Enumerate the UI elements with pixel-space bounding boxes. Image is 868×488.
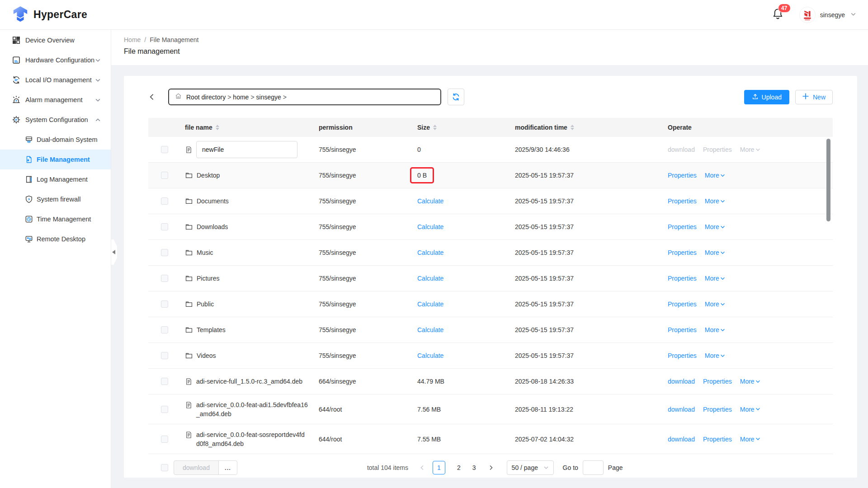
- properties-action[interactable]: Properties: [668, 223, 697, 230]
- page-number-3[interactable]: 3: [472, 464, 476, 471]
- properties-action[interactable]: Properties: [703, 378, 732, 385]
- sidebar-item-time-management[interactable]: Time Management: [0, 209, 111, 229]
- sidebar-item-device-overview[interactable]: Device Overview: [0, 30, 111, 50]
- calculate-size-link[interactable]: Calculate: [417, 275, 443, 282]
- download-action[interactable]: download: [668, 436, 695, 443]
- row-checkbox[interactable]: [161, 326, 168, 333]
- row-checkbox[interactable]: [161, 378, 168, 385]
- row-checkbox[interactable]: [161, 436, 168, 443]
- page-size-select[interactable]: 50 / page: [507, 460, 554, 475]
- page-number-2[interactable]: 2: [457, 464, 461, 471]
- column-header-size[interactable]: Size: [415, 124, 513, 131]
- bulk-download-button[interactable]: download: [174, 460, 219, 475]
- notifications-button[interactable]: 47: [772, 8, 784, 22]
- column-header-file-name[interactable]: file name: [181, 124, 316, 131]
- sidebar-item-remote-desktop[interactable]: Remote Desktop: [0, 229, 111, 249]
- calculate-size-link[interactable]: Calculate: [417, 300, 443, 308]
- sidebar-item-alarm-management[interactable]: Alarm management: [0, 90, 111, 110]
- path-input[interactable]: Root directory>home>sinsegye>: [168, 89, 441, 105]
- properties-action[interactable]: Properties: [668, 352, 697, 359]
- user-menu-chevron-icon[interactable]: [850, 11, 856, 19]
- properties-action[interactable]: Properties: [668, 300, 697, 308]
- path-segment[interactable]: Root directory: [186, 94, 226, 101]
- avatar[interactable]: [799, 7, 816, 23]
- table-row-adi-service-0-0-0-feat-sosreportdev4fdd0f8-amd64-deb[interactable]: adi-service_0.0.0-feat-sosreportdev4fdd0…: [148, 424, 833, 454]
- sidebar-item-local-i-o-management[interactable]: Local I/O management: [0, 70, 111, 90]
- column-header-modification-time[interactable]: modification time: [513, 124, 667, 131]
- properties-action[interactable]: Properties: [703, 406, 732, 413]
- sort-icon[interactable]: [216, 125, 219, 130]
- more-action[interactable]: More: [705, 300, 725, 308]
- calculate-size-link[interactable]: Calculate: [417, 223, 443, 230]
- page-number-1[interactable]: 1: [433, 461, 445, 474]
- more-action[interactable]: More: [705, 249, 725, 256]
- path-segment[interactable]: sinsegye: [256, 94, 281, 101]
- refresh-button[interactable]: [448, 89, 464, 105]
- calculate-size-link[interactable]: Calculate: [417, 326, 443, 333]
- table-row-desktop[interactable]: Desktop755/sinsegye0 B2025-05-15 19:57:3…: [148, 163, 833, 188]
- sidebar-item-hardware-configuration[interactable]: Hardware Configuration: [0, 50, 111, 70]
- more-action[interactable]: More: [740, 378, 760, 385]
- properties-action[interactable]: Properties: [668, 197, 697, 205]
- next-page-icon[interactable]: [488, 465, 494, 471]
- bulk-more-button[interactable]: ...: [218, 460, 237, 475]
- table-row-downloads[interactable]: Downloads755/sinsegyeCalculate2025-05-15…: [148, 214, 833, 240]
- table-row-pictures[interactable]: Pictures755/sinsegyeCalculate2025-05-15 …: [148, 266, 833, 291]
- sidebar-item-system-configuration[interactable]: System Configuration: [0, 110, 111, 130]
- row-checkbox[interactable]: [161, 300, 168, 308]
- sort-icon[interactable]: [571, 125, 574, 130]
- sidebar-item-file-management[interactable]: File Management: [0, 150, 111, 169]
- download-action[interactable]: download: [668, 378, 695, 385]
- sort-icon[interactable]: [433, 125, 437, 130]
- table-scrollbar-thumb[interactable]: [826, 139, 830, 221]
- table-row-templates[interactable]: Templates755/sinsegyeCalculate2025-05-15…: [148, 317, 833, 343]
- row-checkbox[interactable]: [161, 172, 168, 179]
- sidebar-item-log-management[interactable]: Log Management: [0, 169, 111, 189]
- row-checkbox[interactable]: [161, 275, 168, 282]
- more-action[interactable]: More: [740, 436, 760, 443]
- more-action[interactable]: More: [705, 172, 725, 179]
- table-row-newfile[interactable]: 755/sinsegye02025/9/30 14:46:36downloadP…: [148, 137, 833, 163]
- more-action[interactable]: More: [705, 197, 725, 205]
- properties-action[interactable]: Properties: [668, 326, 697, 333]
- properties-action[interactable]: Properties: [668, 249, 697, 256]
- row-checkbox[interactable]: [161, 352, 168, 359]
- properties-action[interactable]: Properties: [668, 275, 697, 282]
- properties-action[interactable]: Properties: [703, 436, 732, 443]
- sidebar-item-system-firewall[interactable]: System firewall: [0, 189, 111, 209]
- calculate-size-link[interactable]: Calculate: [417, 197, 443, 205]
- more-action[interactable]: More: [705, 223, 725, 230]
- row-checkbox[interactable]: [161, 146, 168, 153]
- row-checkbox[interactable]: [161, 223, 168, 230]
- properties-action[interactable]: Properties: [668, 172, 697, 179]
- calculate-size-link[interactable]: Calculate: [417, 352, 443, 359]
- table-row-documents[interactable]: Documents755/sinsegyeCalculate2025-05-15…: [148, 188, 833, 214]
- calculate-size-link[interactable]: Calculate: [417, 249, 443, 256]
- more-action[interactable]: More: [705, 352, 725, 359]
- size-value-highlighted: 0 B: [410, 167, 434, 183]
- breadcrumb-home[interactable]: Home: [124, 36, 141, 43]
- table-row-public[interactable]: Public755/sinsegyeCalculate2025-05-15 19…: [148, 291, 833, 317]
- more-action[interactable]: More: [705, 275, 725, 282]
- path-segment[interactable]: home: [233, 94, 249, 101]
- table-row-videos[interactable]: Videos755/sinsegyeCalculate2025-05-15 19…: [148, 343, 833, 369]
- table-row-adi-service-0-0-0-feat-adi1-5devfbfea16-amd64-deb[interactable]: adi-service_0.0.0-feat-adi1.5devfbfea16_…: [148, 394, 833, 424]
- sidebar-item-dual-domain-system[interactable]: Dual-domain System: [0, 130, 111, 150]
- more-action[interactable]: More: [705, 326, 725, 333]
- path-separator: >: [226, 94, 233, 101]
- upload-button[interactable]: Upload: [744, 90, 789, 104]
- new-button[interactable]: New: [795, 90, 833, 104]
- rename-input[interactable]: [196, 141, 297, 158]
- more-action[interactable]: More: [740, 406, 760, 413]
- table-row-music[interactable]: Music755/sinsegyeCalculate2025-05-15 19:…: [148, 240, 833, 266]
- row-checkbox[interactable]: [161, 197, 168, 205]
- page-size-value: 50 / page: [512, 464, 538, 471]
- table-row-adi-service-full-1-5-0-rc-3-amd64-deb[interactable]: adi-service-full_1.5.0-rc.3_amd64.deb664…: [148, 369, 833, 394]
- goto-page-input[interactable]: [583, 460, 604, 475]
- select-all-checkbox[interactable]: [161, 464, 168, 471]
- row-checkbox[interactable]: [161, 406, 168, 413]
- row-checkbox[interactable]: [161, 249, 168, 256]
- prev-page-icon[interactable]: [419, 465, 425, 471]
- back-button[interactable]: [148, 93, 159, 101]
- download-action[interactable]: download: [668, 406, 695, 413]
